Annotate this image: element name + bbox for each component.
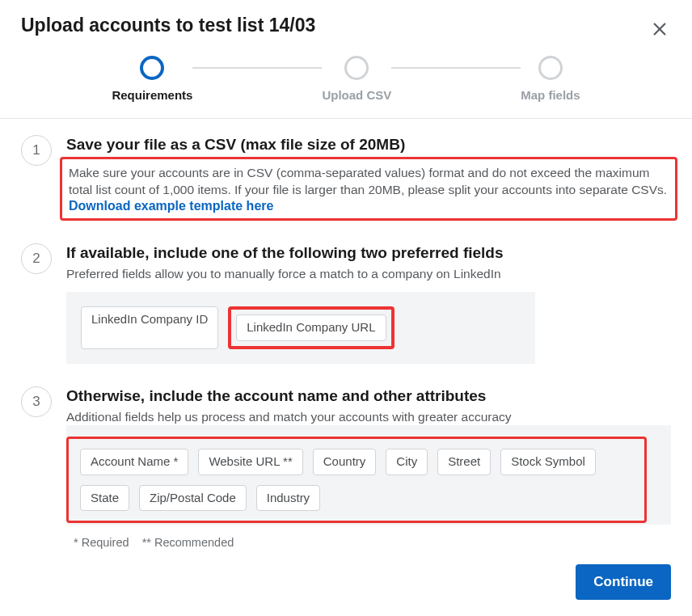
field-chip-zip-postal-code: Zip/Postal Code <box>139 485 247 512</box>
step-requirements[interactable]: Requirements <box>112 56 192 102</box>
step-label: Requirements <box>112 88 192 102</box>
field-chip-stock-symbol: Stock Symbol <box>500 449 596 475</box>
step-circle-icon <box>538 56 563 80</box>
close-icon <box>651 20 669 38</box>
step-map-fields[interactable]: Map fields <box>521 56 580 102</box>
additional-fields-area: Account Name * Website URL ** Country Ci… <box>66 425 671 525</box>
step-number-badge: 3 <box>21 386 52 417</box>
highlight-box: Account Name * Website URL ** Country Ci… <box>66 437 647 523</box>
close-button[interactable] <box>648 18 671 40</box>
step-description: Preferred fields allow you to manually f… <box>66 265 671 283</box>
field-chip-state: State <box>80 485 129 512</box>
step-circle-icon <box>344 56 369 80</box>
step-title: If available, include one of the followi… <box>66 243 671 264</box>
step-upload-csv[interactable]: Upload CSV <box>322 56 391 102</box>
step-description: Make sure your accounts are in CSV (comm… <box>69 166 667 197</box>
field-chip-industry: Industry <box>256 485 320 512</box>
continue-button[interactable]: Continue <box>576 564 671 600</box>
step-number-badge: 1 <box>21 135 52 166</box>
step-title: Otherwise, include the account name and … <box>66 386 671 407</box>
stepper: Requirements Upload CSV Map fields <box>0 56 692 102</box>
requirement-step-3: 3 Otherwise, include the account name an… <box>21 386 671 549</box>
field-chip-account-name: Account Name * <box>80 449 188 475</box>
field-chip-street: Street <box>437 449 491 475</box>
field-chip-linkedin-company-id: LinkedIn Company ID <box>81 306 218 349</box>
step-circle-icon <box>140 56 164 80</box>
field-chip-linkedin-company-url: LinkedIn Company URL <box>236 314 386 341</box>
step-number-badge: 2 <box>21 243 52 274</box>
field-chip-city: City <box>386 449 428 475</box>
legend-text: * Required ** Recommended <box>66 536 671 549</box>
field-chip-country: Country <box>313 449 377 475</box>
requirement-step-1: 1 Save your file as a CSV (max file size… <box>21 135 671 221</box>
field-chip-website-url: Website URL ** <box>198 449 302 475</box>
step-connector <box>391 67 521 69</box>
step-title: Save your file as a CSV (max file size o… <box>66 135 671 155</box>
download-template-link[interactable]: Download example template here <box>69 199 273 213</box>
highlight-box: LinkedIn Company URL <box>228 306 394 349</box>
modal-title: Upload accounts to test list 14/03 <box>21 15 671 36</box>
highlight-box: Make sure your accounts are in CSV (comm… <box>60 157 677 221</box>
step-connector <box>192 67 322 69</box>
preferred-fields-area: LinkedIn Company ID LinkedIn Company URL <box>66 292 535 364</box>
step-description: Additional fields help us process and ma… <box>66 408 671 426</box>
requirement-step-2: 2 If available, include one of the follo… <box>21 243 671 364</box>
step-label: Map fields <box>521 88 580 102</box>
step-label: Upload CSV <box>322 88 391 102</box>
